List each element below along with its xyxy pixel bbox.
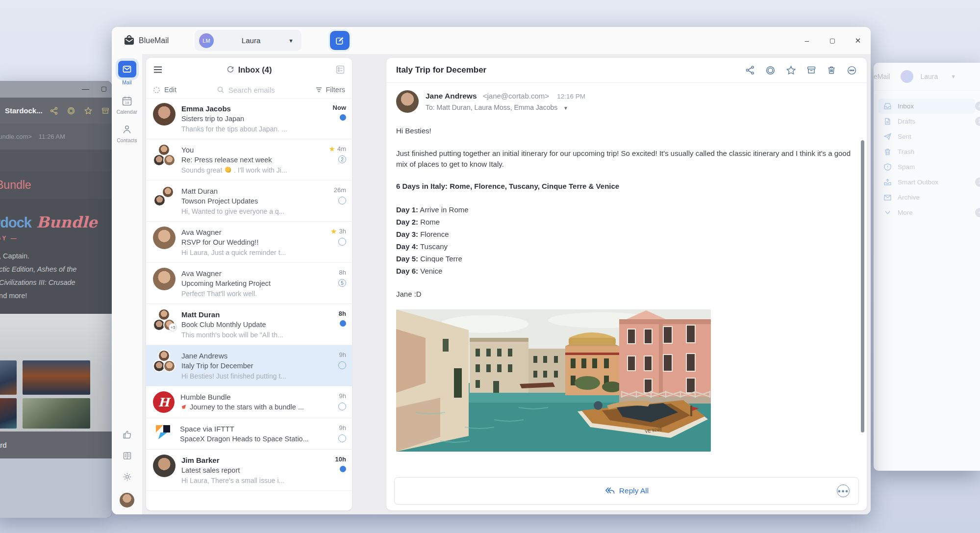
hamburger-menu-icon[interactable] xyxy=(153,66,163,74)
unread-dot[interactable] xyxy=(340,466,346,472)
group-avatar: +3 xyxy=(153,309,176,331)
email-list-item[interactable]: Emma JacobsSisters trip to JapanThanks f… xyxy=(146,98,352,139)
nav-mail[interactable]: Mail xyxy=(112,61,142,85)
email-summary: Humble Bundle Journey to the stars with … xyxy=(180,391,318,413)
background-window-stardock[interactable]: — ▢ Stardock... bundle.com> 11:26 AM Bun… xyxy=(0,81,112,518)
folder-badge: + xyxy=(975,208,980,217)
read-status-icon[interactable] xyxy=(67,106,75,115)
email-sender: Ava Wagner xyxy=(181,268,318,279)
read-circle[interactable] xyxy=(338,238,346,246)
read-circle[interactable] xyxy=(338,403,346,410)
view-toggle-icon[interactable] xyxy=(335,65,345,75)
minimize-icon[interactable]: — xyxy=(82,85,89,93)
compose-icon xyxy=(335,36,345,46)
user-avatar[interactable] xyxy=(120,493,134,508)
read-status-icon[interactable] xyxy=(765,65,776,76)
game-thumbnail xyxy=(0,398,17,429)
more-options-icon[interactable] xyxy=(847,65,857,76)
minimize-button[interactable]: – xyxy=(794,36,820,45)
email-list-item[interactable]: +3Matt DuranBook Club Monthly UpdateThis… xyxy=(146,304,352,345)
star-icon[interactable]: ★ xyxy=(328,146,335,152)
folder-item-sent[interactable]: Sent xyxy=(879,129,975,144)
read-circle[interactable] xyxy=(338,361,346,369)
email-meta: 9h xyxy=(324,423,346,444)
search-input[interactable]: Search emails xyxy=(176,86,315,94)
edit-button[interactable]: Edit xyxy=(153,86,176,94)
avatar xyxy=(153,227,176,249)
folder-item-inbox[interactable]: Inbox4 xyxy=(879,99,975,114)
folder-label: Smart Outbox xyxy=(898,178,938,186)
reply-all-label: Reply All xyxy=(619,486,649,495)
left-window-footer-text[interactable]: ard xyxy=(0,441,7,449)
contacts-icon xyxy=(121,124,133,135)
archive-icon[interactable] xyxy=(101,106,110,115)
folder-label: Sent xyxy=(898,133,911,140)
unread-dot[interactable] xyxy=(340,114,346,121)
folder-item-trash[interactable]: Trash xyxy=(879,144,975,159)
read-circle[interactable] xyxy=(338,434,346,442)
notes-icon[interactable] xyxy=(122,451,132,461)
email-body: Hi Besties! Just finished putting togeth… xyxy=(386,117,867,300)
email-list-item[interactable]: YouRe: Press release next weekSounds gre… xyxy=(146,139,352,180)
refresh-icon[interactable] xyxy=(226,66,234,74)
thread-count-badge[interactable]: 5 xyxy=(338,279,346,287)
email-list-item[interactable]: Jim BarkerLatest sales reportHi Laura, T… xyxy=(146,450,352,491)
read-circle[interactable] xyxy=(338,197,346,204)
email-list-item[interactable]: HHumble Bundle Journey to the stars with… xyxy=(146,386,352,418)
close-button[interactable]: ✕ xyxy=(845,36,871,45)
reply-all-icon xyxy=(604,486,615,496)
left-window-toolbar-icons xyxy=(50,106,112,115)
gear-icon[interactable] xyxy=(122,472,132,482)
folder-item-spam[interactable]: Spam xyxy=(879,159,975,175)
compose-button[interactable] xyxy=(330,31,350,50)
account-switcher[interactable]: LM Laura ▼ xyxy=(195,30,302,51)
email-list-item[interactable]: Space via IFTTTSpaceX Dragon Heads to Sp… xyxy=(146,418,352,450)
nav-calendar[interactable]: 19 Calendar xyxy=(112,95,142,115)
folder-item-more[interactable]: More+ xyxy=(879,205,975,220)
email-list-item[interactable]: Ava WagnerRSVP for Our Wedding!!Hi Laura… xyxy=(146,222,352,263)
calendar-icon: 19 xyxy=(121,95,133,107)
email-subject: Book Club Monthly Update xyxy=(181,320,318,330)
trash-icon[interactable] xyxy=(827,65,836,75)
folder-label: Drafts xyxy=(898,118,915,125)
maximize-button[interactable]: ▢ xyxy=(820,37,845,44)
right-window-titlebar: eMail Laura ▼ xyxy=(874,63,980,91)
svg-text:19: 19 xyxy=(125,101,129,105)
unread-dot[interactable] xyxy=(340,320,346,327)
star-icon[interactable] xyxy=(84,106,93,115)
email-list-item[interactable]: Ava WagnerUpcoming Marketing ProjectPerf… xyxy=(146,263,352,304)
email-subject: Journey to the stars with a bundle ... xyxy=(180,402,318,412)
folder-item-drafts[interactable]: Drafts2 xyxy=(879,114,975,129)
share-icon[interactable] xyxy=(745,65,755,75)
left-window-image-area xyxy=(0,314,112,431)
recipients-line[interactable]: To: Matt Duran, Laura Moss, Emma Jacobs … xyxy=(426,103,585,111)
thread-count-badge[interactable]: 2 xyxy=(338,155,346,163)
mail-icon xyxy=(118,61,136,77)
email-list-pane: Inbox (4) Edit Search emails F xyxy=(146,58,352,510)
nav-contacts[interactable]: Contacts xyxy=(112,124,142,143)
filters-button[interactable]: Filters xyxy=(315,86,345,94)
avatar xyxy=(901,70,913,83)
search-placeholder: Search emails xyxy=(228,86,275,94)
folder-badge: 4 xyxy=(975,102,980,111)
star-icon[interactable] xyxy=(786,65,796,76)
folder-item-archive[interactable]: Archive xyxy=(879,190,975,205)
thumbs-up-icon[interactable] xyxy=(122,430,132,440)
archive-icon[interactable] xyxy=(806,65,816,75)
email-time: 26m xyxy=(334,186,346,194)
email-list-item[interactable]: Matt DuranTowson Project UpdatesHi, Want… xyxy=(146,180,352,222)
sender-line: Jane Andrews <jane@cortab.com> 12:16 PM xyxy=(426,92,585,101)
email-list-item[interactable]: Jane AndrewsItaly Trip for DecemberHi Be… xyxy=(146,345,352,386)
email-preview: Thanks for the tips about Japan. ... xyxy=(181,124,318,134)
email-time: 8h xyxy=(339,269,346,276)
maximize-icon[interactable]: ▢ xyxy=(101,85,107,93)
scrollbar-thumb[interactable] xyxy=(861,140,864,432)
reply-more-icon[interactable]: ●●● xyxy=(837,484,850,497)
star-icon[interactable]: ★ xyxy=(330,228,337,235)
background-window-folders[interactable]: eMail Laura ▼ Inbox4Drafts2SentTrashSpam… xyxy=(874,63,980,471)
folder-item-smart-outbox[interactable]: Smart Outbox7 xyxy=(879,175,975,190)
email-subject: RSVP for Our Wedding!! xyxy=(181,237,318,248)
share-icon[interactable] xyxy=(50,106,58,115)
to-recipients: To: Matt Duran, Laura Moss, Emma Jacobs xyxy=(426,103,557,111)
reply-all-button[interactable]: Reply All ●●● xyxy=(394,477,859,505)
